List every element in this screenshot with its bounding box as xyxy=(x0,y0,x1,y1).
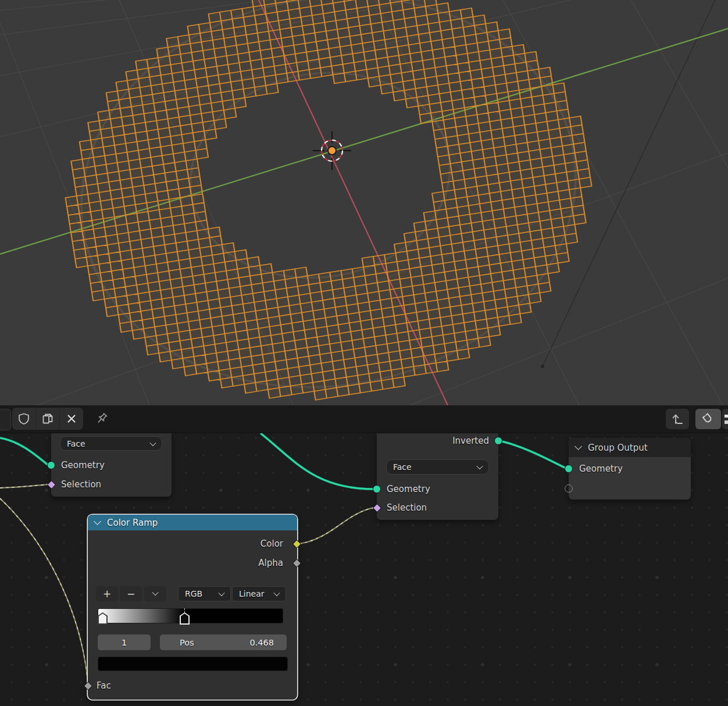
viewport-3d[interactable] xyxy=(0,0,728,405)
datablock-button-group xyxy=(12,408,83,430)
socket-label: Alpha xyxy=(258,558,283,568)
node-editor-header xyxy=(0,405,728,433)
node-color-ramp[interactable]: Color Ramp Color Alpha + − RGB xyxy=(88,515,297,700)
node-header[interactable]: Group Output xyxy=(569,438,691,457)
input-row: Geometry xyxy=(387,483,430,495)
stop-color-swatch[interactable] xyxy=(98,657,288,671)
chevron-down-icon xyxy=(273,590,280,596)
close-icon xyxy=(65,412,78,426)
node-title: Color Ramp xyxy=(107,518,158,528)
geometry-node-editor[interactable]: Face Geometry Selection Inverted Face Ge… xyxy=(0,433,728,706)
dropdown-value: Face xyxy=(393,462,412,472)
color-mode-dropdown[interactable]: RGB xyxy=(178,586,231,601)
new-copy-button[interactable] xyxy=(35,408,59,430)
input-row: Geometry xyxy=(61,459,105,471)
node-wire-geometry xyxy=(260,433,374,489)
socket-label: Color xyxy=(260,539,283,549)
input-row: Selection xyxy=(61,479,101,490)
chevron-down-icon xyxy=(218,590,224,596)
socket-label: Selection xyxy=(387,502,427,513)
remove-stop-button[interactable]: − xyxy=(120,586,142,601)
line-endpoint-dot xyxy=(541,365,544,368)
ramp-options-button[interactable] xyxy=(144,586,166,601)
fake-user-button[interactable] xyxy=(12,408,35,430)
unlink-button[interactable] xyxy=(59,408,83,430)
parent-up-arrow-icon xyxy=(670,412,685,427)
pin-icon xyxy=(94,411,109,426)
input-row: Geometry xyxy=(579,463,623,475)
node-separate-geometry-1[interactable]: Face Geometry Selection xyxy=(51,433,172,497)
socket-label: Geometry xyxy=(387,484,430,494)
dropdown-value: RGB xyxy=(185,589,202,598)
node-wire-field xyxy=(0,498,88,683)
node-title: Group Output xyxy=(588,443,648,453)
node-wire-field xyxy=(0,484,48,488)
socket-label: Selection xyxy=(61,479,101,490)
editor-menu-stub[interactable] xyxy=(0,409,11,430)
blender-window: Face Geometry Selection Inverted Face Ge… xyxy=(0,0,728,706)
geometry-input-socket[interactable] xyxy=(373,485,381,493)
node-wire-outline xyxy=(0,438,48,465)
node-wire-field xyxy=(299,508,374,544)
pos-value: 0.468 xyxy=(249,638,274,647)
snap-target-icon xyxy=(723,411,728,427)
chevron-down-icon xyxy=(476,463,483,469)
shield-icon xyxy=(17,412,31,426)
plus-icon: + xyxy=(103,588,111,600)
socket-label: Geometry xyxy=(61,460,105,470)
inverted-output-socket[interactable] xyxy=(494,437,502,445)
geometry-input-socket[interactable] xyxy=(47,461,55,469)
input-row: Selection xyxy=(387,502,427,514)
input-row: Fac xyxy=(97,680,111,691)
socket-label: Inverted xyxy=(452,436,489,446)
add-stop-button[interactable]: + xyxy=(96,586,118,601)
stop-position-field[interactable]: Pos 0.468 xyxy=(160,634,287,650)
output-row: Color xyxy=(260,538,283,550)
node-header[interactable]: Color Ramp xyxy=(88,515,297,530)
pin-button[interactable] xyxy=(91,408,113,430)
chevron-down-icon xyxy=(152,589,158,595)
node-wire-field xyxy=(299,508,374,544)
node-wire-field xyxy=(0,498,88,683)
node-group-output[interactable]: Group Output Geometry xyxy=(569,438,691,500)
output-row: Alpha xyxy=(258,557,283,569)
output-row: Inverted xyxy=(452,435,489,447)
geometry-input-socket[interactable] xyxy=(565,465,573,473)
stop-index-field[interactable]: 1 xyxy=(98,634,151,650)
node-separate-geometry-2[interactable]: Inverted Face Geometry Selection xyxy=(377,433,498,520)
interpolation-dropdown[interactable]: Linear xyxy=(232,586,286,601)
node-wire-outline xyxy=(260,433,374,489)
snap-target-dropdown[interactable] xyxy=(722,409,728,429)
collapse-chevron-icon[interactable] xyxy=(574,443,582,450)
domain-dropdown[interactable]: Face xyxy=(60,436,162,451)
chevron-down-icon xyxy=(149,439,156,445)
object-origin-dot[interactable] xyxy=(328,147,336,155)
magnet-icon xyxy=(700,411,716,427)
collapse-chevron-icon[interactable] xyxy=(94,518,101,525)
pos-label: Pos xyxy=(180,638,194,647)
virtual-input-socket[interactable] xyxy=(565,484,573,493)
index-value: 1 xyxy=(122,638,127,647)
minus-icon: − xyxy=(127,588,135,600)
socket-label: Geometry xyxy=(579,463,623,474)
socket-label: Fac xyxy=(97,680,111,691)
dropdown-value: Linear xyxy=(239,589,265,598)
dropdown-value: Face xyxy=(67,439,85,448)
duplicate-icon xyxy=(41,412,55,426)
go-to-parent-button[interactable] xyxy=(666,409,689,429)
color-ramp-gradient[interactable] xyxy=(98,608,283,623)
domain-dropdown[interactable]: Face xyxy=(386,459,489,475)
snapping-toggle[interactable] xyxy=(695,409,721,429)
